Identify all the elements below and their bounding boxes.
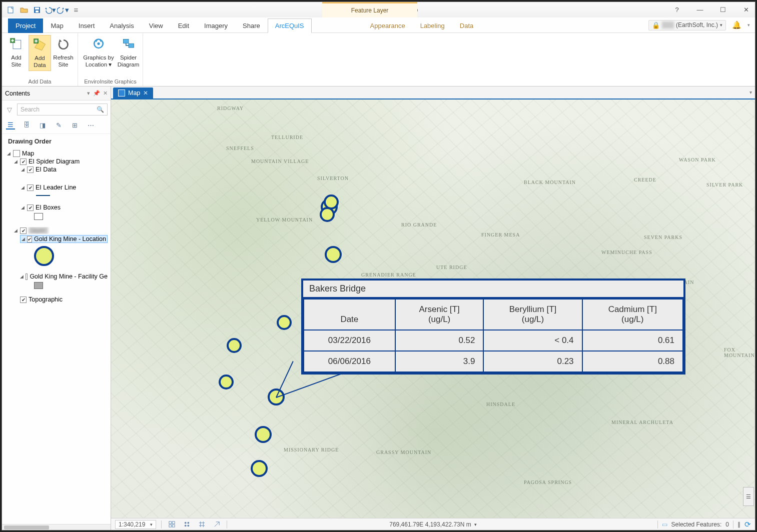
tab-insert[interactable]: Insert (71, 18, 103, 33)
location-point[interactable] (227, 338, 242, 353)
boxes-legend (34, 213, 43, 220)
qat-open-icon[interactable] (18, 4, 30, 16)
tree-eidata-node[interactable]: ◢✔EI Data (20, 166, 108, 173)
selection-chip-icon[interactable]: ▭ (662, 521, 667, 528)
svg-rect-13 (172, 522, 175, 524)
tree-spider-node[interactable]: ◢✔EI Spider Diagram (13, 158, 108, 165)
qat-customize-icon[interactable]: ≡ (70, 4, 82, 16)
svg-rect-2 (35, 8, 39, 10)
org-name: (EarthSoft, Inc.) (676, 22, 718, 28)
add-data-icon (32, 37, 48, 53)
location-point[interactable] (219, 374, 234, 390)
refresh-map-icon[interactable]: ⟳ (744, 520, 751, 529)
map-text-label: Hinsdale (486, 402, 515, 407)
map-text-label: Black Mountain (524, 180, 576, 185)
sb-corrections-icon[interactable] (212, 520, 222, 529)
tab-labeling[interactable]: Labeling (413, 18, 452, 33)
title-bar: ▾ ▾ ≡ ****** - Map - ArcGIS Pro Feature … (2, 2, 755, 18)
location-point[interactable] (325, 246, 342, 263)
qat-redo-icon[interactable]: ▾ (57, 4, 69, 16)
tab-arcequis[interactable]: ArcEQuIS (268, 18, 312, 33)
ribbon-tabs: Project Map Insert Analysis View Edit Im… (2, 18, 755, 32)
signin-badge[interactable]: 🔒 (EarthSoft, Inc.) ▾ (648, 20, 726, 30)
close-pane-icon[interactable]: ✕ (103, 90, 108, 96)
map-canvas[interactable]: Yellow MountainBlack MountainSilver Park… (111, 100, 755, 518)
location-point[interactable] (255, 426, 272, 443)
spider-diagram-button[interactable]: Spider Diagram (117, 35, 140, 70)
map-text-label: Creede (634, 177, 656, 182)
help-button[interactable]: ? (670, 6, 684, 14)
qat-undo-icon[interactable]: ▾ (44, 4, 56, 16)
location-point[interactable] (277, 315, 292, 330)
tab-share[interactable]: Share (235, 18, 268, 33)
ribbon-body: Add Site Add Data Refresh Site Add Data … (2, 32, 755, 86)
contents-horizontal-scrollbar[interactable] (2, 524, 111, 530)
tab-analysis[interactable]: Analysis (102, 18, 141, 33)
tab-project[interactable]: Project (8, 18, 43, 33)
tab-view[interactable]: View (142, 18, 171, 33)
autohide-icon[interactable]: ▾ (87, 90, 90, 96)
close-button[interactable]: ✕ (739, 6, 753, 14)
tree-gold-facility-node[interactable]: ◢Gold King Mine - Facility Ge (20, 273, 108, 280)
list-by-snapping-icon[interactable]: ⊞ (70, 120, 79, 130)
list-by-selection-icon[interactable]: ◨ (38, 120, 47, 130)
sb-constraints-icon[interactable] (167, 520, 177, 529)
tree-map-node[interactable]: ◢Map (6, 150, 108, 157)
svg-rect-0 (8, 7, 13, 13)
contents-pane: Contents ▾ 📌 ✕ ▽ Search 🔍 ☰ 🗄 ◨ ✎ ⊞ (2, 86, 111, 530)
map-text-label: Wason Park (679, 157, 716, 162)
contextual-tab-group: Feature Layer (322, 2, 417, 18)
tab-edit[interactable]: Edit (171, 18, 197, 33)
spider-diagram-icon (121, 36, 137, 52)
refresh-site-button[interactable]: Refresh Site (52, 35, 75, 70)
layer-tree: ◢Map ◢✔EI Spider Diagram ◢✔EI Data ◢✔EI … (2, 149, 111, 308)
minimize-button[interactable]: — (693, 6, 707, 14)
tree-topo-node[interactable]: ◢✔Topographic (13, 296, 108, 303)
list-by-drawing-icon[interactable]: ☰ (6, 120, 15, 130)
drawing-order-title: Drawing Order (2, 134, 111, 149)
maximize-button[interactable]: ☐ (716, 6, 730, 14)
col-date: Date (304, 299, 395, 330)
map-text-label: Ute Ridge (436, 264, 467, 270)
contents-search-input[interactable]: Search 🔍 (17, 104, 108, 116)
map-text-label: Silver Park (706, 182, 743, 188)
selected-features-count: 0 (725, 521, 729, 528)
notifications-icon[interactable]: 🔔 (732, 20, 741, 30)
location-point[interactable] (251, 460, 268, 477)
sb-grid-icon[interactable] (197, 520, 207, 529)
filter-icon[interactable]: ▽ (5, 106, 14, 114)
map-view-tab[interactable]: Map ✕ (113, 88, 153, 98)
tab-appearance[interactable]: Appearance (363, 18, 413, 33)
more-icon[interactable]: ⋯ (86, 120, 95, 130)
map-scale-input[interactable]: 1:340,219▾ (115, 520, 156, 529)
tree-gold-location-node[interactable]: ◢✔Gold King Mine - Location F (20, 235, 108, 243)
map-text-label: Yellow Mountain (256, 217, 313, 222)
add-data-button[interactable]: Add Data (29, 35, 51, 71)
tab-data[interactable]: Data (452, 18, 481, 33)
add-site-button[interactable]: Add Site (5, 35, 28, 70)
tree-blurred-node[interactable]: ◢✔layer (13, 227, 108, 234)
selected-features-label: Selected Features: (671, 521, 722, 528)
close-map-tab-icon[interactable]: ✕ (143, 90, 148, 96)
table-row: 03/22/20160.52< 0.40.61 (304, 330, 683, 351)
tree-leader-node[interactable]: ◢✔EI Leader Line (20, 184, 108, 191)
qat-new-icon[interactable] (5, 4, 17, 16)
graphics-by-location-button[interactable]: Graphics by Location ▾ (81, 35, 116, 70)
map-text-label: Grassy Mountain (376, 450, 431, 455)
qat-save-icon[interactable] (31, 4, 43, 16)
location-point[interactable] (320, 207, 335, 222)
callout-table: Date Arsenic [T](ug/L) Beryllium [T](ug/… (303, 298, 683, 372)
map-text-label: Rio Grande (401, 222, 437, 228)
list-by-source-icon[interactable]: 🗄 (22, 120, 31, 130)
sb-snapping-icon[interactable] (182, 520, 192, 529)
tree-boxes-node[interactable]: ◢✔EI Boxes (20, 204, 108, 211)
pause-draw-icon[interactable]: ∥ (737, 521, 740, 528)
svg-rect-15 (172, 524, 175, 527)
tab-map[interactable]: Map (43, 18, 71, 33)
coord-dropdown-icon[interactable]: ▾ (474, 522, 477, 527)
list-by-editing-icon[interactable]: ✎ (54, 120, 63, 130)
pin-icon[interactable]: 📌 (93, 90, 100, 96)
view-tabs-dropdown-icon[interactable]: ▾ (749, 90, 752, 95)
catalog-collapsed-button[interactable]: ☰ (743, 487, 754, 506)
tab-imagery[interactable]: Imagery (197, 18, 235, 33)
